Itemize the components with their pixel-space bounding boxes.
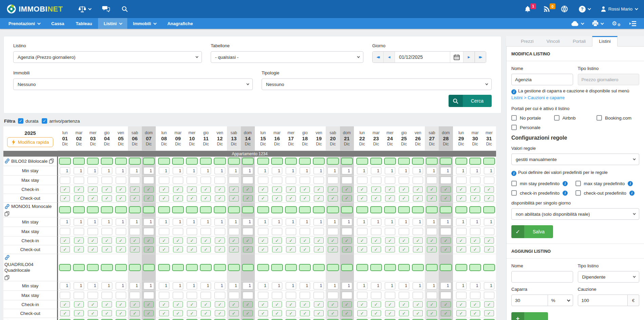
booking-com-checkbox[interactable] — [596, 115, 602, 121]
availability-cell[interactable] — [455, 264, 467, 271]
min-stay-cell[interactable]: 1 — [187, 167, 197, 174]
min-stay-cell[interactable]: 1 — [413, 282, 423, 289]
availability-cell[interactable] — [455, 206, 467, 213]
check-in-cell[interactable]: ✓ — [258, 237, 268, 244]
availability-cell[interactable] — [228, 206, 240, 213]
availability-cell[interactable] — [398, 264, 410, 271]
min-stay-cell[interactable]: 1 — [272, 282, 282, 289]
availability-cell[interactable] — [186, 158, 198, 165]
max-stay-cell[interactable] — [484, 292, 494, 299]
availability-cell[interactable] — [285, 206, 297, 213]
min-stay-cell[interactable]: 1 — [214, 282, 225, 289]
min-stay-cell[interactable]: 1 — [385, 282, 395, 289]
min-stay-cell[interactable]: 1 — [229, 282, 239, 289]
max-stay-cell[interactable] — [371, 292, 381, 299]
max-stay-cell[interactable] — [357, 177, 367, 184]
check-in-cell[interactable]: ✓ — [413, 186, 423, 193]
min-stay-cell[interactable]: 1 — [74, 167, 84, 174]
day-header[interactable]: gio11Dic — [199, 126, 213, 150]
check-out-cell[interactable]: ✓ — [399, 246, 409, 252]
min-stay-cell[interactable]: 1 — [201, 282, 211, 289]
max-stay-cell[interactable] — [286, 177, 296, 184]
copy-icon[interactable] — [4, 275, 10, 280]
min-stay-cell[interactable]: 1 — [144, 282, 154, 289]
check-out-cell[interactable]: ✓ — [342, 310, 352, 316]
day-header[interactable]: lun29Dic — [454, 126, 468, 150]
valori-regole-select[interactable]: gestiti manualmente — [511, 154, 639, 165]
check-in-cell[interactable]: ✓ — [300, 237, 310, 244]
check-in-cell[interactable]: ✓ — [243, 301, 253, 307]
check-out-cell[interactable]: ✓ — [258, 195, 268, 201]
availability-cell[interactable] — [398, 206, 410, 213]
check-in-cell[interactable]: ✓ — [74, 186, 84, 193]
info-icon[interactable]: i — [629, 191, 634, 196]
availability-cell[interactable] — [384, 264, 396, 271]
availability-cell[interactable] — [412, 206, 424, 213]
check-out-cell[interactable]: ✓ — [357, 246, 367, 252]
availability-cell[interactable] — [271, 158, 283, 165]
check-out-cell[interactable]: ✓ — [484, 246, 494, 252]
availability-cell[interactable] — [143, 319, 155, 320]
check-out-cell[interactable]: ✓ — [243, 195, 253, 201]
check-in-cell[interactable]: ✓ — [88, 301, 98, 307]
min-stay-cell[interactable]: 1 — [286, 167, 296, 174]
check-in-cell[interactable]: ✓ — [470, 186, 480, 193]
max-stay-cell[interactable] — [314, 177, 324, 184]
availability-cell[interactable] — [257, 158, 269, 165]
min-stay-cell[interactable]: 1 — [101, 282, 112, 289]
availability-cell[interactable] — [285, 264, 297, 271]
check-out-cell[interactable]: ✓ — [371, 195, 381, 201]
check-in-cell[interactable]: ✓ — [371, 237, 381, 244]
availability-cell[interactable] — [257, 264, 269, 271]
check-out-cell[interactable]: ✓ — [88, 310, 98, 316]
max-stay-cell[interactable] — [413, 228, 423, 235]
tab-listini[interactable]: Listini — [592, 36, 618, 47]
min-stay-cell[interactable]: 1 — [470, 282, 480, 289]
availability-cell[interactable] — [186, 319, 198, 320]
check-in-cell[interactable]: ✓ — [60, 301, 70, 307]
search-submit-button[interactable]: Cerca — [449, 95, 492, 107]
availability-cell[interactable] — [341, 206, 353, 213]
cauzioni-caparre-link[interactable]: Listini > Cauzioni e caparre — [511, 95, 565, 100]
tab-vincoli[interactable]: Vincoli — [540, 36, 567, 46]
availability-cell[interactable] — [412, 158, 424, 165]
check-out-cell[interactable]: ✓ — [328, 310, 338, 316]
check-out-cell[interactable]: ✓ — [243, 246, 253, 252]
day-header[interactable]: sab06Dic — [128, 126, 142, 150]
check-out-cell[interactable]: ✓ — [159, 246, 169, 252]
min-stay-cell[interactable]: 1 — [327, 218, 338, 226]
day-header[interactable]: dom14Dic — [241, 126, 255, 150]
day-header[interactable]: lun01Dic — [58, 126, 72, 150]
day-header[interactable]: sab13Dic — [227, 126, 241, 150]
check-in-cell[interactable]: ✓ — [286, 186, 296, 193]
availability-cell[interactable] — [370, 319, 382, 320]
check-in-cell[interactable]: ✓ — [187, 237, 197, 244]
max-stay-cell[interactable] — [229, 177, 239, 184]
day-header[interactable]: gio18Dic — [298, 126, 312, 150]
availability-cell[interactable] — [158, 158, 170, 165]
availability-cell[interactable] — [73, 158, 85, 165]
check-out-cell[interactable]: ✓ — [286, 310, 296, 316]
availability-cell[interactable] — [356, 206, 368, 213]
day-header[interactable]: dom07Dic — [142, 126, 156, 150]
availability-cell[interactable] — [483, 319, 495, 320]
availability-cell[interactable] — [384, 158, 396, 165]
copy-icon[interactable] — [4, 211, 10, 216]
tab-portali[interactable]: Portali — [566, 36, 592, 46]
max-stay-cell[interactable] — [144, 292, 154, 299]
check-in-cell[interactable]: ✓ — [201, 237, 211, 244]
availability-cell[interactable] — [341, 264, 353, 271]
availability-cell[interactable] — [59, 264, 71, 271]
min-stay-cell[interactable]: 1 — [101, 218, 112, 226]
min-stay-cell[interactable]: 1 — [314, 167, 324, 174]
check-in-cell[interactable]: ✓ — [144, 301, 154, 307]
max-stay-cell[interactable] — [272, 292, 282, 299]
check-out-cell[interactable]: ✓ — [173, 195, 183, 201]
check-out-cell[interactable]: ✓ — [470, 310, 480, 316]
nav-item-anagrafiche[interactable]: Anagrafiche — [162, 18, 198, 29]
copy-icon[interactable] — [49, 158, 54, 164]
max-stay-cell[interactable] — [229, 292, 239, 299]
min-stay-cell[interactable]: 1 — [413, 218, 423, 226]
max-stay-cell[interactable] — [243, 292, 253, 299]
availability-cell[interactable] — [186, 264, 198, 271]
